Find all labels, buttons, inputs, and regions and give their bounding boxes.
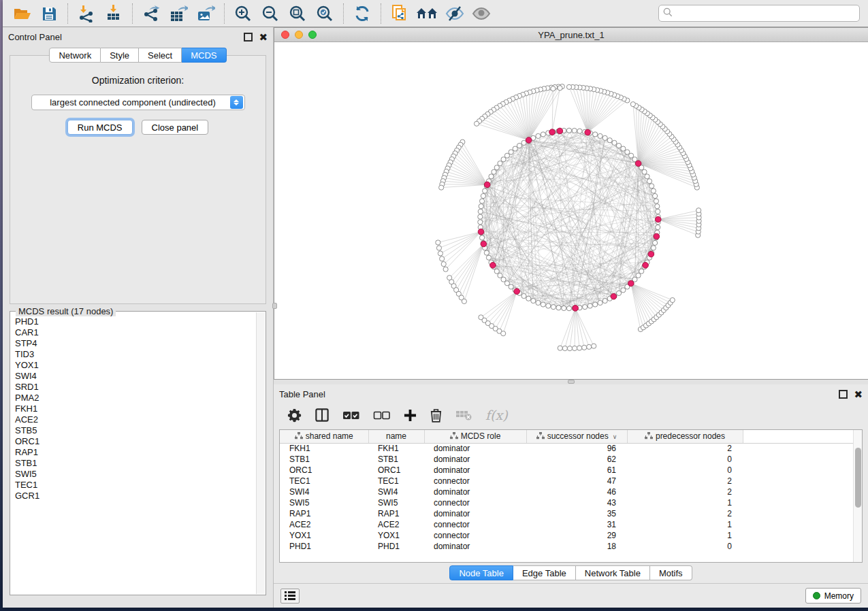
network-node[interactable] <box>556 306 561 310</box>
mcds-list-scrollbar[interactable] <box>256 312 265 594</box>
mcds-hub-node[interactable] <box>526 137 532 144</box>
mcds-hub-node[interactable] <box>635 161 641 167</box>
network-node[interactable] <box>670 297 675 302</box>
table-row[interactable]: ORC1ORC1dominator610 <box>280 465 853 476</box>
network-node[interactable] <box>498 161 502 166</box>
delete-column-button[interactable] <box>430 406 442 424</box>
table-settings-button[interactable] <box>287 406 302 424</box>
column-header-successor-nodes[interactable]: successor nodes∨ <box>526 430 627 443</box>
network-node[interactable] <box>439 185 444 190</box>
network-node[interactable] <box>562 306 566 310</box>
network-node[interactable] <box>517 143 521 148</box>
network-node[interactable] <box>588 303 592 308</box>
network-node[interactable] <box>656 209 660 214</box>
network-node[interactable] <box>479 199 484 203</box>
network-node[interactable] <box>481 193 485 198</box>
network-node[interactable] <box>649 184 654 188</box>
task-history-button[interactable] <box>280 589 300 604</box>
tab-mcds[interactable]: MCDS <box>182 48 226 63</box>
network-node[interactable] <box>598 300 602 305</box>
mcds-result-item[interactable]: STP4 <box>15 338 256 349</box>
mcds-result-item[interactable]: PHD1 <box>15 316 256 327</box>
network-node[interactable] <box>653 193 658 198</box>
network-node[interactable] <box>531 299 536 303</box>
delete-table-button[interactable] <box>455 406 472 424</box>
network-node[interactable] <box>651 188 656 193</box>
network-node[interactable] <box>478 209 483 214</box>
tab-select[interactable]: Select <box>139 48 182 63</box>
network-node[interactable] <box>541 132 545 137</box>
export-image-button[interactable] <box>192 2 219 25</box>
network-node[interactable] <box>593 132 598 137</box>
zoom-selected-button[interactable] <box>311 2 338 25</box>
close-panel-button[interactable]: Close panel <box>142 120 209 135</box>
mcds-result-item[interactable]: PMA2 <box>15 393 256 403</box>
network-node[interactable] <box>562 346 567 350</box>
network-node[interactable] <box>479 204 483 209</box>
zoom-out-button[interactable] <box>257 2 284 25</box>
table-row[interactable]: STB1STB1dominator620 <box>280 454 853 465</box>
export-network-button[interactable] <box>138 2 165 25</box>
network-node[interactable] <box>536 300 541 305</box>
network-node[interactable] <box>602 135 607 140</box>
network-node[interactable] <box>440 257 445 261</box>
float-icon[interactable] <box>839 390 848 399</box>
mcds-result-item[interactable]: GCR1 <box>15 491 256 501</box>
mcds-hub-node[interactable] <box>481 241 487 247</box>
network-node[interactable] <box>483 188 487 193</box>
mcds-hub-node[interactable] <box>484 182 490 188</box>
tab-edge-table[interactable]: Edge Table <box>513 565 576 580</box>
network-from-selection-button[interactable] <box>386 2 413 25</box>
network-node[interactable] <box>441 261 446 266</box>
network-node[interactable] <box>616 291 621 295</box>
network-node[interactable] <box>504 281 509 286</box>
network-node[interactable] <box>654 199 658 203</box>
network-node[interactable] <box>492 169 496 174</box>
network-node[interactable] <box>436 240 440 245</box>
memory-button[interactable]: Memory <box>805 588 861 604</box>
tab-network[interactable]: Network <box>49 48 101 63</box>
network-node[interactable] <box>479 235 484 240</box>
import-table-button[interactable] <box>100 2 127 25</box>
network-node[interactable] <box>566 128 571 133</box>
network-node[interactable] <box>616 143 621 148</box>
search-input[interactable] <box>658 5 860 22</box>
network-window-titlebar[interactable]: YPA_prune.txt_1 <box>274 28 868 42</box>
table-row[interactable]: RAP1RAP1dominator352 <box>280 508 853 519</box>
mcds-result-item[interactable]: SRD1 <box>15 382 256 393</box>
import-network-button[interactable] <box>73 2 100 25</box>
network-node[interactable] <box>551 86 556 91</box>
network-node[interactable] <box>478 220 483 225</box>
network-node[interactable] <box>583 305 588 310</box>
zoom-in-button[interactable] <box>229 2 257 25</box>
network-node[interactable] <box>462 299 466 303</box>
show-column-panel-button[interactable] <box>315 406 329 424</box>
network-node[interactable] <box>567 346 572 350</box>
network-node[interactable] <box>653 240 658 245</box>
network-node[interactable] <box>656 225 660 229</box>
network-node[interactable] <box>504 153 509 158</box>
network-node[interactable] <box>521 293 526 298</box>
mcds-result-item[interactable]: TEC1 <box>15 480 256 491</box>
mcds-result-item[interactable]: STB5 <box>15 425 256 436</box>
network-node[interactable] <box>647 179 652 184</box>
table-row[interactable]: PHD1PHD1dominator180 <box>280 541 853 552</box>
column-header-name[interactable]: name <box>368 430 424 443</box>
mcds-hub-node[interactable] <box>549 129 556 135</box>
table-scrollbar-thumb[interactable] <box>855 448 861 508</box>
network-node[interactable] <box>438 251 443 256</box>
column-header-shared-name[interactable]: shared name <box>280 430 368 443</box>
tab-style[interactable]: Style <box>101 48 139 63</box>
show-all-button[interactable] <box>468 2 495 25</box>
network-node[interactable] <box>612 140 617 145</box>
refresh-layout-button[interactable] <box>349 2 376 25</box>
network-node[interactable] <box>521 140 526 145</box>
close-icon[interactable]: ✖ <box>854 390 863 399</box>
network-node[interactable] <box>651 246 656 250</box>
mcds-hub-node[interactable] <box>654 233 660 240</box>
network-node[interactable] <box>509 150 513 154</box>
network-canvas[interactable] <box>274 42 864 379</box>
mcds-result-item[interactable]: CAR1 <box>15 327 256 338</box>
splitter-grip[interactable] <box>568 380 575 384</box>
network-node[interactable] <box>592 344 596 348</box>
